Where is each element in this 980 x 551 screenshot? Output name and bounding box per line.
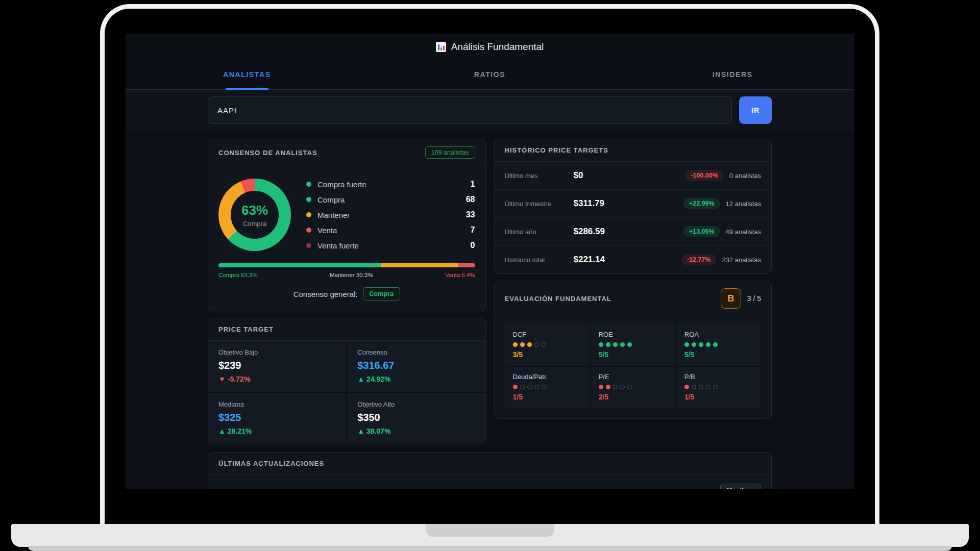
laptop-base xyxy=(11,524,969,547)
rating-dot-filled xyxy=(513,342,518,347)
legend-value: 33 xyxy=(466,210,475,219)
consensus-general-label: Consenso general: xyxy=(293,290,358,298)
history-rows: Último mes $0 -100.00% 0 analistas Últim… xyxy=(495,162,772,273)
pt-label: Consenso xyxy=(357,348,475,356)
metric-cell: ROE 5/5 xyxy=(591,324,675,366)
donut-center-label: Compra xyxy=(243,220,266,228)
consensus-bar-segment xyxy=(381,263,458,267)
donut-center-percent: 63% xyxy=(241,203,268,218)
metric-cell: P/E 2/5 xyxy=(591,367,675,408)
donut-center: 63% Compra xyxy=(231,191,279,239)
metric-dots xyxy=(599,385,667,389)
update-date: 2026-03-31 xyxy=(218,487,253,489)
update-rating-badge: Mantiene xyxy=(720,484,761,489)
pt-value: $239 xyxy=(218,360,336,371)
rating-dot-filled xyxy=(684,342,689,347)
consensus-general-badge: Compra xyxy=(363,287,400,300)
metric-dots xyxy=(684,385,753,389)
history-row: Último trimestre $311.79 +22.99% 12 anal… xyxy=(495,190,772,218)
active-tab-underline xyxy=(226,88,268,90)
pt-label: Mediana xyxy=(218,400,336,408)
consensus-bar-labels: Compra 63.3% Mantener 30.3% Venta 6.4% xyxy=(218,272,475,278)
rating-dot-filled xyxy=(606,385,610,389)
metric-score: 1/5 xyxy=(684,393,753,401)
rating-dot-empty xyxy=(534,385,539,389)
rating-dot-empty xyxy=(627,385,632,389)
hist-value: $311.79 xyxy=(574,198,605,209)
legend-dot xyxy=(306,228,311,233)
updates-card: ÚLTIMAS ACTUALIZACIONES 2026-03-31 Wedbu… xyxy=(208,452,772,489)
pt-change: ▲ 24.92% xyxy=(357,375,475,383)
metric-dots xyxy=(684,342,753,347)
hist-change-badge: -12.77% xyxy=(681,254,717,265)
card-title: CONSENSO DE ANALISTAS xyxy=(218,149,317,157)
rating-dot-empty xyxy=(542,385,546,389)
rating-dot-empty xyxy=(542,342,546,347)
rating-dot-filled xyxy=(713,342,718,347)
metric-score: 5/5 xyxy=(684,350,753,359)
hist-label: Último año xyxy=(505,228,574,236)
laptop-mockup: Análisis Fundamental ANALISTAS RATIOS IN… xyxy=(0,0,980,551)
evaluation-card: EVALUACIÓN FUNDAMENTAL B 3 / 5 DCF 3/5 xyxy=(494,281,772,419)
card-title: EVALUACIÓN FUNDAMENTAL xyxy=(505,295,611,303)
hist-value: $286.59 xyxy=(574,227,605,237)
rating-dot-filled xyxy=(613,342,618,347)
hist-value: $221.14 xyxy=(574,255,605,265)
history-row: Histórico total $221.14 -12.77% 232 anal… xyxy=(495,246,772,273)
legend-label: Mantener xyxy=(317,211,350,219)
legend-label: Compra fuerte xyxy=(317,180,366,189)
tab-ratios[interactable]: RATIOS xyxy=(369,60,611,89)
rating-dot-empty xyxy=(534,342,539,347)
consensus-bar-segment xyxy=(458,263,475,267)
legend-item: Venta fuerte 0 xyxy=(306,238,475,253)
legend-value: 0 xyxy=(471,241,475,250)
price-target-cell: Objetivo Bajo $239 ▼ -5.72% xyxy=(208,341,346,392)
tab-insiders[interactable]: INSIDERS xyxy=(611,60,854,89)
metric-cell: DCF 3/5 xyxy=(505,324,590,366)
metric-score: 1/5 xyxy=(513,393,581,401)
main-content: CONSENSO DE ANALISTAS 109 analistas 63% … xyxy=(126,131,854,489)
app-header: Análisis Fundamental xyxy=(126,34,854,60)
ticker-input[interactable] xyxy=(208,96,732,124)
grade-badge: B xyxy=(721,288,741,309)
bar-label-mantener: Mantener 30.3% xyxy=(330,272,373,278)
legend-item: Compra fuerte 1 xyxy=(306,177,475,192)
consensus-bar-segment xyxy=(218,263,381,267)
bar-label-venta: Venta 6.4% xyxy=(445,272,475,278)
bar-chart-icon xyxy=(436,42,446,52)
history-card: HISTÓRICO PRICE TARGETS Último mes $0 -1… xyxy=(494,139,772,274)
rating-dot-filled xyxy=(692,342,696,347)
rating-dot-filled xyxy=(513,385,518,389)
tab-label: INSIDERS xyxy=(713,70,753,79)
right-column: HISTÓRICO PRICE TARGETS Último mes $0 -1… xyxy=(494,139,772,419)
pt-change: ▼ -5.72% xyxy=(218,375,336,383)
consensus-bar xyxy=(218,263,475,267)
metric-score: 3/5 xyxy=(513,350,581,359)
tab-label: ANALISTAS xyxy=(223,70,271,79)
go-button[interactable]: IR xyxy=(739,96,772,124)
metric-name: Deuda/Patr. xyxy=(513,373,581,381)
laptop-notch xyxy=(426,524,554,537)
tab-analistas[interactable]: ANALISTAS xyxy=(126,60,369,89)
pt-label: Objetivo Alto xyxy=(357,400,475,408)
rating-dot-empty xyxy=(699,385,703,389)
metric-name: P/B xyxy=(684,373,753,381)
legend-label: Venta fuerte xyxy=(317,241,359,250)
price-target-card: PRICE TARGET Objetivo Bajo $239 ▼ -5.72%… xyxy=(208,318,486,444)
metric-score: 5/5 xyxy=(599,350,667,359)
legend-item: Venta 7 xyxy=(306,222,475,238)
evaluation-grid: DCF 3/5 ROE 5/5 ROA xyxy=(505,324,762,408)
legend-value: 7 xyxy=(471,226,475,235)
metric-dots xyxy=(513,342,581,347)
laptop-base-lip xyxy=(28,546,952,551)
card-title: ÚLTIMAS ACTUALIZACIONES xyxy=(218,460,324,467)
legend-dot xyxy=(306,182,311,187)
legend-value: 68 xyxy=(466,195,475,204)
rating-dot-filled xyxy=(606,342,610,347)
metric-name: P/E xyxy=(599,373,667,381)
consensus-card: CONSENSO DE ANALISTAS 109 analistas 63% … xyxy=(208,139,486,311)
legend-label: Venta xyxy=(317,226,337,235)
legend-value: 1 xyxy=(471,180,475,189)
metric-name: DCF xyxy=(513,331,581,338)
hist-analysts: 232 analistas xyxy=(722,256,761,264)
